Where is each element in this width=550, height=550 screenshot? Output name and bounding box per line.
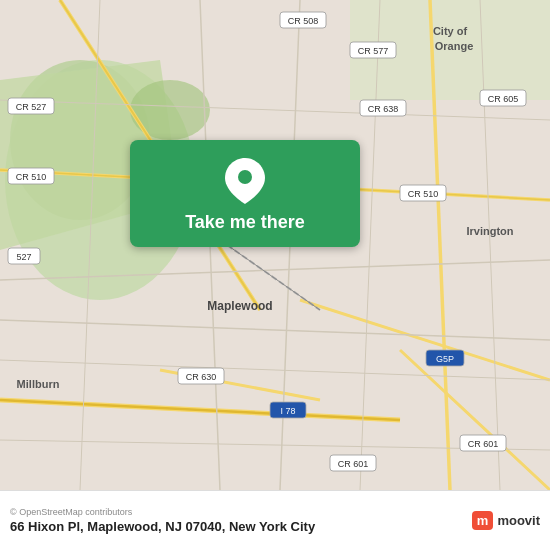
svg-text:CR 601: CR 601 (468, 439, 499, 449)
svg-text:CR 630: CR 630 (186, 372, 217, 382)
svg-text:Maplewood: Maplewood (207, 299, 272, 313)
footer-info: © OpenStreetMap contributors 66 Hixon Pl… (10, 507, 315, 534)
svg-text:CR 577: CR 577 (358, 46, 389, 56)
footer-bar: © OpenStreetMap contributors 66 Hixon Pl… (0, 490, 550, 550)
svg-text:CR 508: CR 508 (288, 16, 319, 26)
svg-point-60 (238, 170, 252, 184)
svg-point-4 (130, 80, 210, 140)
address-text: 66 Hixon Pl, Maplewood, NJ 07040, New Yo… (10, 519, 315, 534)
svg-text:Millburn: Millburn (17, 378, 60, 390)
moovit-logo: m moovit (472, 511, 540, 530)
svg-text:Orange: Orange (435, 40, 474, 52)
svg-text:G5P: G5P (436, 354, 454, 364)
osm-attribution: © OpenStreetMap contributors (10, 507, 315, 517)
svg-text:527: 527 (16, 252, 31, 262)
take-me-there-button[interactable]: Take me there (130, 140, 360, 247)
svg-text:CR 527: CR 527 (16, 102, 47, 112)
svg-text:City of: City of (433, 25, 468, 37)
svg-text:CR 638: CR 638 (368, 104, 399, 114)
location-pin-icon (225, 158, 265, 204)
svg-text:I 78: I 78 (280, 406, 295, 416)
moovit-logo-text: moovit (497, 513, 540, 528)
cta-label: Take me there (185, 212, 305, 233)
svg-text:CR 601: CR 601 (338, 459, 369, 469)
svg-text:CR 605: CR 605 (488, 94, 519, 104)
svg-text:CR 510: CR 510 (408, 189, 439, 199)
svg-text:CR 510: CR 510 (16, 172, 47, 182)
moovit-logo-letter: m (472, 511, 494, 530)
svg-text:Irvington: Irvington (466, 225, 513, 237)
map-container: CR 508 CR 577 CR 527 CR 510 CR 638 CR 60… (0, 0, 550, 490)
